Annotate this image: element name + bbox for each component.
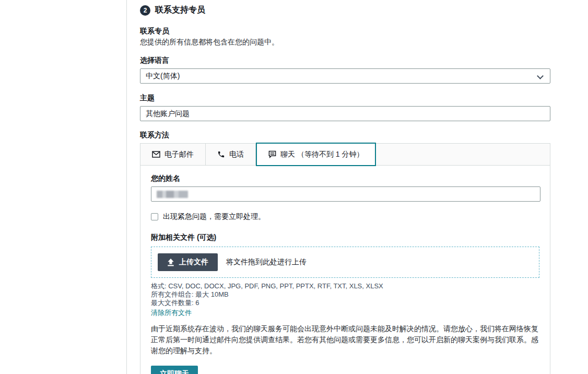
envelope-icon (152, 151, 160, 158)
chevron-down-icon (537, 73, 544, 79)
drop-hint-text: 将文件拖到此处进行上传 (226, 258, 307, 267)
page-title: 联系支持专员 (155, 5, 205, 16)
chat-tab-panel: 您的姓名 出现紧急问题，需要立即处理。 附加相关文件 (可选) (140, 166, 550, 374)
urgent-checkbox[interactable] (151, 213, 158, 220)
upload-button-label: 上传文件 (179, 258, 208, 267)
size-limit-text: 所有文件组合: 最大 10MB (151, 290, 539, 299)
step-header: 2 联系支持专员 (140, 5, 551, 16)
support-form-card: 2 联系支持专员 联系专员 您提供的所有信息都将包含在您的问题中。 选择语言 中… (126, 0, 588, 374)
subject-label: 主题 (140, 94, 551, 103)
contact-agent-description: 您提供的所有信息都将包含在您的问题中。 (140, 38, 551, 47)
chat-icon (268, 150, 276, 158)
formats-text: 格式: CSV, DOC, DOCX, JPG, PDF, PNG, PPT, … (151, 282, 539, 290)
tab-phone[interactable]: 电话 (206, 144, 256, 165)
urgent-checkbox-row[interactable]: 出现紧急问题，需要立即处理。 (151, 212, 539, 221)
urgent-checkbox-label: 出现紧急问题，需要立即处理。 (163, 212, 265, 221)
redacted-name-value (157, 191, 188, 198)
upload-file-button[interactable]: 上传文件 (158, 253, 218, 271)
tab-email[interactable]: 电子邮件 (140, 144, 206, 165)
max-files-text: 最大文件数量: 6 (151, 299, 539, 307)
name-label: 您的姓名 (151, 174, 539, 183)
tab-chat[interactable]: 聊天 （等待不到 1 分钟） (256, 143, 376, 166)
phone-icon (217, 150, 225, 158)
subject-input[interactable] (140, 106, 550, 121)
contact-method-tabbox: 电子邮件 电话 聊天 （等待不到 1 分钟） (140, 143, 550, 374)
upload-icon (167, 259, 174, 266)
language-selected-value: 中文(简体) (146, 72, 180, 81)
contact-method-label: 联系方法 (140, 131, 551, 140)
contact-method-tabs: 电子邮件 电话 聊天 （等待不到 1 分钟） (140, 144, 550, 166)
step-number-badge: 2 (140, 5, 150, 16)
name-input[interactable] (151, 186, 540, 202)
attachments-label: 附加相关文件 (可选) (151, 233, 539, 242)
tab-label: 聊天 （等待不到 1 分钟） (280, 150, 363, 159)
file-dropzone[interactable]: 上传文件 将文件拖到此处进行上传 (151, 247, 539, 278)
tab-label: 电子邮件 (164, 150, 194, 159)
contact-agent-label: 联系专员 (140, 27, 551, 36)
language-select[interactable]: 中文(简体) (140, 68, 550, 84)
chat-service-notice: 由于近期系统存在波动，我们的聊天服务可能会出现意外中断或问题未能及时解决的情况。… (151, 323, 540, 356)
clear-all-files-link[interactable]: 清除所有文件 (151, 309, 192, 317)
language-label: 选择语言 (140, 56, 551, 65)
tab-label: 电话 (229, 150, 244, 159)
chat-now-button[interactable]: 立即聊天 (151, 366, 198, 374)
